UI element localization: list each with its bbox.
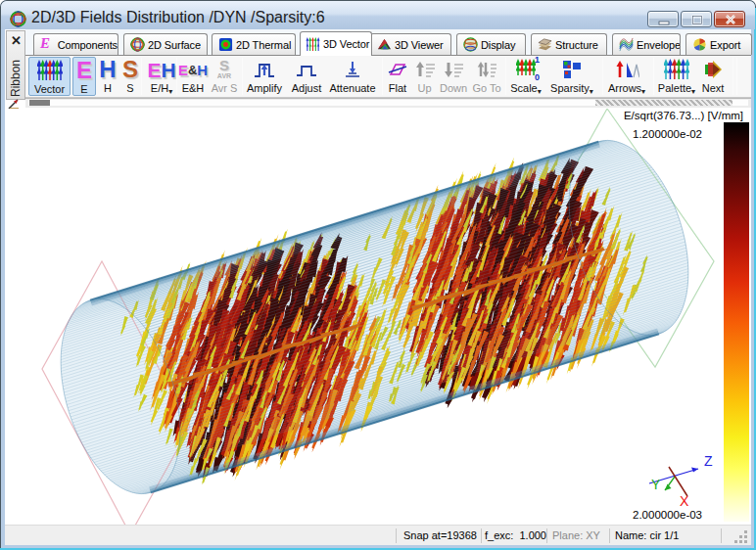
svg-text:1.200000e-02: 1.200000e-02 bbox=[633, 128, 702, 140]
svg-text:E/sqrt(376.73...) [V/mm]: E/sqrt(376.73...) [V/mm] bbox=[624, 110, 743, 121]
svg-text:2.000000e-03: 2.000000e-03 bbox=[633, 509, 702, 521]
svg-text:Ribbon: Ribbon bbox=[9, 60, 23, 97]
svg-text:Z: Z bbox=[704, 453, 713, 469]
svg-text:X: X bbox=[680, 493, 689, 509]
svg-text:Y: Y bbox=[651, 477, 661, 492]
